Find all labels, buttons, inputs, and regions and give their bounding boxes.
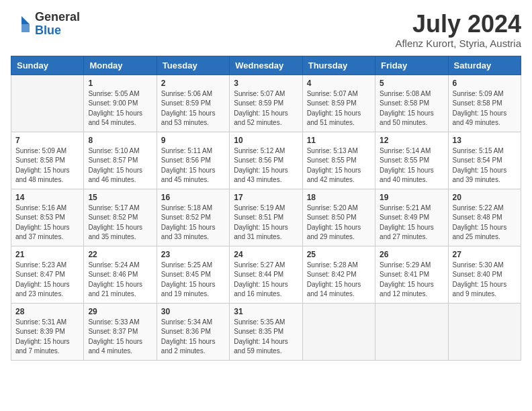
cell-info: Sunrise: 5:12 AM Sunset: 8:56 PM Dayligh… [234,146,298,185]
weekday-header-monday: Monday [84,56,157,75]
calendar-cell: 17Sunrise: 5:19 AM Sunset: 8:51 PM Dayli… [230,189,302,246]
calendar-cell: 11Sunrise: 5:13 AM Sunset: 8:55 PM Dayli… [302,132,375,189]
week-row-3: 14Sunrise: 5:16 AM Sunset: 8:53 PM Dayli… [11,189,521,246]
calendar-cell: 23Sunrise: 5:25 AM Sunset: 8:45 PM Dayli… [157,246,229,303]
calendar-table: SundayMondayTuesdayWednesdayThursdayFrid… [11,56,521,361]
calendar-cell: 15Sunrise: 5:17 AM Sunset: 8:52 PM Dayli… [84,189,157,246]
cell-info: Sunrise: 5:27 AM Sunset: 8:44 PM Dayligh… [234,261,298,300]
calendar-cell: 21Sunrise: 5:23 AM Sunset: 8:47 PM Dayli… [11,246,84,303]
calendar-cell: 25Sunrise: 5:28 AM Sunset: 8:42 PM Dayli… [302,246,375,303]
week-row-4: 21Sunrise: 5:23 AM Sunset: 8:47 PM Dayli… [11,246,521,303]
cell-info: Sunrise: 5:29 AM Sunset: 8:41 PM Dayligh… [380,261,443,300]
cell-info: Sunrise: 5:16 AM Sunset: 8:53 PM Dayligh… [15,203,79,242]
calendar-cell: 6Sunrise: 5:09 AM Sunset: 8:58 PM Daylig… [448,75,521,132]
calendar-cell: 31Sunrise: 5:35 AM Sunset: 8:35 PM Dayli… [230,303,302,360]
calendar-cell [375,303,448,360]
day-number: 16 [161,193,225,202]
weekday-header-sunday: Sunday [11,56,84,75]
cell-info: Sunrise: 5:09 AM Sunset: 8:58 PM Dayligh… [453,89,517,128]
day-number: 21 [15,250,79,259]
cell-info: Sunrise: 5:09 AM Sunset: 8:58 PM Dayligh… [15,146,79,185]
calendar-cell: 3Sunrise: 5:07 AM Sunset: 8:59 PM Daylig… [230,75,302,132]
cell-info: Sunrise: 5:21 AM Sunset: 8:49 PM Dayligh… [380,203,443,242]
day-number: 9 [161,136,225,145]
cell-info: Sunrise: 5:30 AM Sunset: 8:40 PM Dayligh… [453,261,517,300]
location: Aflenz Kurort, Styria, Austria [395,38,521,49]
weekday-header-row: SundayMondayTuesdayWednesdayThursdayFrid… [11,56,521,75]
day-number: 14 [15,193,79,202]
calendar-cell: 12Sunrise: 5:14 AM Sunset: 8:55 PM Dayli… [375,132,448,189]
calendar-cell: 8Sunrise: 5:10 AM Sunset: 8:57 PM Daylig… [84,132,157,189]
calendar-cell: 5Sunrise: 5:08 AM Sunset: 8:58 PM Daylig… [375,75,448,132]
calendar-cell [11,75,84,132]
cell-info: Sunrise: 5:14 AM Sunset: 8:55 PM Dayligh… [380,146,443,185]
title-block: July 2024 Aflenz Kurort, Styria, Austria [395,11,521,49]
calendar-cell: 24Sunrise: 5:27 AM Sunset: 8:44 PM Dayli… [230,246,302,303]
day-number: 27 [453,250,517,259]
calendar-cell: 30Sunrise: 5:34 AM Sunset: 8:36 PM Dayli… [157,303,229,360]
calendar-cell: 18Sunrise: 5:20 AM Sunset: 8:50 PM Dayli… [302,189,375,246]
logo-icon [11,13,32,35]
cell-info: Sunrise: 5:11 AM Sunset: 8:56 PM Dayligh… [161,146,225,185]
calendar-cell [302,303,375,360]
calendar-cell: 16Sunrise: 5:18 AM Sunset: 8:52 PM Dayli… [157,189,229,246]
calendar-cell: 28Sunrise: 5:31 AM Sunset: 8:39 PM Dayli… [11,303,84,360]
day-number: 11 [307,136,371,145]
cell-info: Sunrise: 5:22 AM Sunset: 8:48 PM Dayligh… [453,203,517,242]
cell-info: Sunrise: 5:28 AM Sunset: 8:42 PM Dayligh… [307,261,371,300]
calendar-cell: 27Sunrise: 5:30 AM Sunset: 8:40 PM Dayli… [448,246,521,303]
cell-info: Sunrise: 5:10 AM Sunset: 8:57 PM Dayligh… [88,146,152,185]
cell-info: Sunrise: 5:18 AM Sunset: 8:52 PM Dayligh… [161,203,225,242]
weekday-header-saturday: Saturday [448,56,521,75]
day-number: 20 [453,193,517,202]
month-year: July 2024 [395,11,521,38]
day-number: 4 [307,79,371,88]
weekday-header-wednesday: Wednesday [230,56,302,75]
weekday-header-tuesday: Tuesday [157,56,229,75]
day-number: 18 [307,193,371,202]
day-number: 6 [453,79,517,88]
day-number: 3 [234,79,298,88]
day-number: 22 [88,250,152,259]
page-header: General Blue July 2024 Aflenz Kurort, St… [11,11,521,49]
day-number: 29 [88,307,152,316]
weekday-header-friday: Friday [375,56,448,75]
calendar-cell: 2Sunrise: 5:06 AM Sunset: 8:59 PM Daylig… [157,75,229,132]
calendar-cell: 7Sunrise: 5:09 AM Sunset: 8:58 PM Daylig… [11,132,84,189]
day-number: 5 [380,79,443,88]
cell-info: Sunrise: 5:07 AM Sunset: 8:59 PM Dayligh… [307,89,371,128]
cell-info: Sunrise: 5:06 AM Sunset: 8:59 PM Dayligh… [161,89,225,128]
calendar-cell: 29Sunrise: 5:33 AM Sunset: 8:37 PM Dayli… [84,303,157,360]
day-number: 1 [88,79,152,88]
day-number: 28 [15,307,79,316]
day-number: 10 [234,136,298,145]
calendar-cell: 26Sunrise: 5:29 AM Sunset: 8:41 PM Dayli… [375,246,448,303]
cell-info: Sunrise: 5:07 AM Sunset: 8:59 PM Dayligh… [234,89,298,128]
day-number: 17 [234,193,298,202]
week-row-5: 28Sunrise: 5:31 AM Sunset: 8:39 PM Dayli… [11,303,521,360]
cell-info: Sunrise: 5:24 AM Sunset: 8:46 PM Dayligh… [88,261,152,300]
week-row-1: 1Sunrise: 5:05 AM Sunset: 9:00 PM Daylig… [11,75,521,132]
logo-text: General Blue [35,11,80,38]
calendar-cell: 14Sunrise: 5:16 AM Sunset: 8:53 PM Dayli… [11,189,84,246]
day-number: 23 [161,250,225,259]
day-number: 15 [88,193,152,202]
weekday-header-thursday: Thursday [302,56,375,75]
cell-info: Sunrise: 5:31 AM Sunset: 8:39 PM Dayligh… [15,318,79,357]
day-number: 2 [161,79,225,88]
day-number: 24 [234,250,298,259]
cell-info: Sunrise: 5:05 AM Sunset: 9:00 PM Dayligh… [88,89,152,128]
cell-info: Sunrise: 5:15 AM Sunset: 8:54 PM Dayligh… [453,146,517,185]
cell-info: Sunrise: 5:19 AM Sunset: 8:51 PM Dayligh… [234,203,298,242]
calendar-cell [448,303,521,360]
cell-info: Sunrise: 5:34 AM Sunset: 8:36 PM Dayligh… [161,318,225,357]
day-number: 12 [380,136,443,145]
day-number: 26 [380,250,443,259]
day-number: 30 [161,307,225,316]
calendar-cell: 1Sunrise: 5:05 AM Sunset: 9:00 PM Daylig… [84,75,157,132]
week-row-2: 7Sunrise: 5:09 AM Sunset: 8:58 PM Daylig… [11,132,521,189]
cell-info: Sunrise: 5:25 AM Sunset: 8:45 PM Dayligh… [161,261,225,300]
calendar-cell: 10Sunrise: 5:12 AM Sunset: 8:56 PM Dayli… [230,132,302,189]
calendar-cell: 4Sunrise: 5:07 AM Sunset: 8:59 PM Daylig… [302,75,375,132]
calendar-cell: 22Sunrise: 5:24 AM Sunset: 8:46 PM Dayli… [84,246,157,303]
